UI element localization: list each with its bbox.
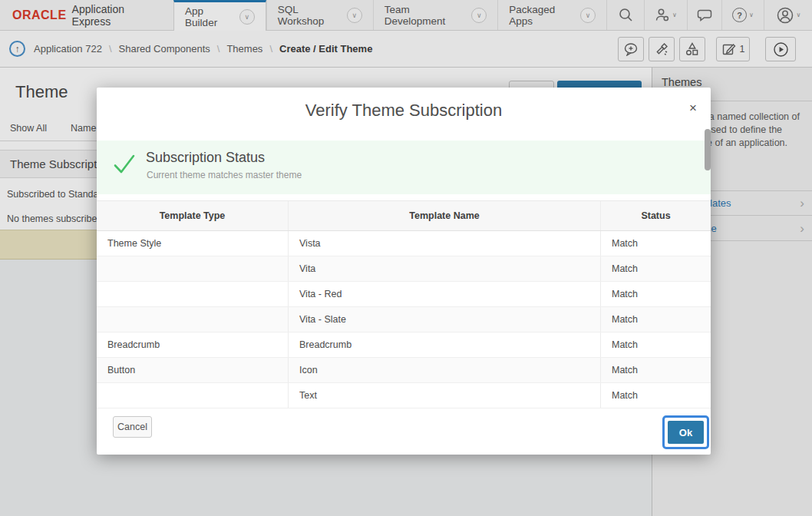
table-cell: Theme Style — [97, 231, 288, 256]
table-cell: Match — [600, 383, 711, 408]
table-cell: Match — [600, 332, 711, 357]
table-row: Vita - RedMatch — [97, 282, 711, 307]
table-cell: Breadcrumb — [288, 332, 600, 357]
table-cell: Match — [600, 231, 711, 256]
table-cell: Match — [600, 282, 711, 306]
column-header: Status — [600, 201, 711, 230]
modal-scrollbar-thumb[interactable] — [705, 129, 711, 170]
dialog-title: Verify Theme Subscription — [97, 88, 711, 121]
table-cell: Vita — [288, 256, 600, 281]
table-cell — [97, 256, 288, 281]
apex-application-window: ORACLE Application Express App Builder ∨… — [0, 0, 812, 516]
table-cell: Icon — [288, 358, 600, 382]
close-icon[interactable]: × — [689, 101, 697, 114]
ok-button[interactable]: Ok — [668, 421, 704, 444]
column-header: Template Type — [97, 201, 288, 230]
table-row: Vita - SlateMatch — [97, 307, 711, 332]
ok-button-focus-ring: Ok — [662, 415, 709, 449]
verify-theme-subscription-dialog: Verify Theme Subscription × Subscription… — [97, 88, 711, 455]
table-row: BreadcrumbBreadcrumbMatch — [97, 332, 711, 358]
table-row: ButtonIconMatch — [97, 358, 711, 383]
status-heading: Subscription Status — [146, 150, 265, 166]
table-row: VitaMatch — [97, 256, 711, 282]
table-cell: Text — [288, 383, 600, 408]
table-row: Theme StyleVistaMatch — [97, 231, 711, 256]
table-row: TextMatch — [97, 383, 711, 408]
column-header: Template Name — [288, 201, 600, 230]
table-header-row: Template Type Template Name Status — [97, 200, 711, 231]
subscription-status-banner: Subscription Status Current theme matche… — [97, 141, 711, 194]
table-cell — [97, 307, 288, 332]
status-subtext: Current theme matches master theme — [147, 170, 302, 180]
table-cell: Match — [600, 358, 711, 382]
table-cell — [97, 282, 288, 306]
table-cell: Match — [600, 307, 711, 332]
table-cell: Match — [600, 256, 711, 281]
cancel-button[interactable]: Cancel — [113, 416, 152, 438]
table-cell — [97, 383, 288, 408]
table-cell: Breadcrumb — [97, 332, 288, 357]
table-cell: Button — [97, 358, 288, 382]
success-check-icon — [113, 153, 136, 174]
table-cell: Vita - Red — [288, 282, 600, 306]
table-cell: Vista — [288, 231, 600, 256]
table-cell: Vita - Slate — [288, 307, 600, 332]
modal-table-body: Theme StyleVistaMatchVitaMatchVita - Red… — [97, 231, 711, 408]
template-verification-table: Template Type Template Name Status Theme… — [97, 200, 711, 408]
